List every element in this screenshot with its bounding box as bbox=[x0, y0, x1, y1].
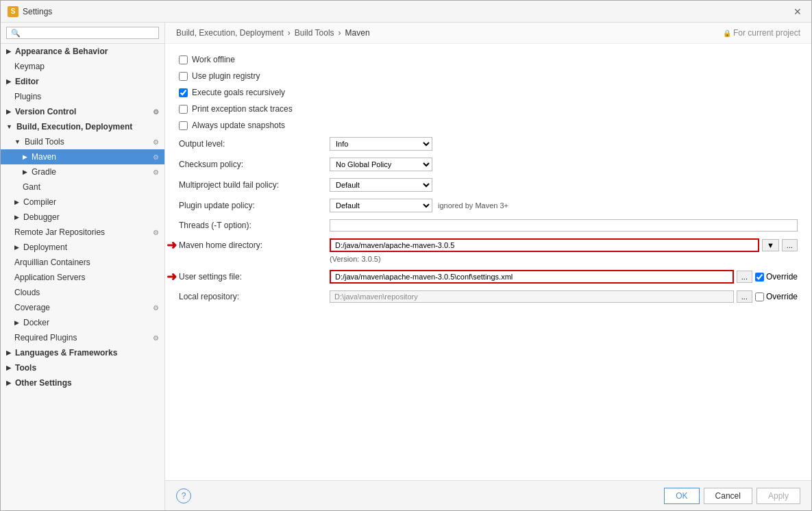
expand-icon: ▶ bbox=[6, 108, 11, 115]
sidebar-item-label: Languages & Frameworks bbox=[15, 348, 117, 358]
threads-input[interactable] bbox=[330, 219, 798, 232]
sidebar-item-label: Gradle bbox=[32, 167, 56, 177]
maven-home-input-group: ▼ ... bbox=[330, 238, 798, 252]
sidebar-item-arquillian[interactable]: Arquillian Containers bbox=[1, 255, 164, 270]
checksum-policy-select[interactable]: No Global Policy Warn Fail Ignore bbox=[330, 158, 432, 171]
user-settings-override-checkbox[interactable] bbox=[755, 273, 764, 282]
local-repo-input[interactable] bbox=[330, 290, 734, 303]
sidebar-item-label: Appearance & Behavior bbox=[15, 47, 108, 56]
use-plugin-registry-checkbox[interactable] bbox=[179, 72, 188, 81]
plugin-update-policy-select[interactable]: Default Always Never Daily bbox=[330, 199, 432, 212]
threads-control bbox=[330, 219, 798, 232]
cancel-button[interactable]: Cancel bbox=[704, 488, 752, 504]
sidebar: ▶ Appearance & Behavior Keymap ▶ Editor … bbox=[1, 23, 165, 510]
expand-icon: ▶ bbox=[14, 319, 19, 326]
sidebar-item-appearance[interactable]: ▶ Appearance & Behavior bbox=[1, 44, 164, 59]
footer-left: ? bbox=[176, 488, 191, 503]
sidebar-item-label: Clouds bbox=[14, 288, 40, 297]
ok-button[interactable]: OK bbox=[664, 488, 699, 504]
execute-goals-label: Execute goals recursively bbox=[192, 88, 285, 97]
breadcrumb-part1: Build, Execution, Deployment bbox=[176, 28, 284, 38]
sidebar-item-label: Coverage bbox=[14, 303, 50, 312]
sidebar-item-label: Tools bbox=[15, 363, 36, 373]
multiproject-policy-select[interactable]: Default At End Never bbox=[330, 178, 432, 192]
multiproject-policy-label: Multiproject build fail policy: bbox=[179, 180, 330, 190]
search-input[interactable] bbox=[6, 27, 159, 39]
local-repo-override-text: Override bbox=[766, 292, 798, 301]
sidebar-item-app-servers[interactable]: Application Servers bbox=[1, 270, 164, 285]
always-update-checkbox[interactable] bbox=[179, 121, 188, 130]
settings-icon: ⚙ bbox=[153, 304, 159, 312]
arrow1-icon: ➜ bbox=[167, 238, 177, 253]
sidebar-item-gant[interactable]: Gant bbox=[1, 179, 164, 195]
footer: ? OK Cancel Apply bbox=[165, 480, 811, 510]
maven-home-dropdown-btn[interactable]: ▼ bbox=[762, 239, 779, 251]
sidebar-item-label: Build, Execution, Deployment bbox=[16, 122, 132, 132]
sidebar-item-coverage[interactable]: Coverage ⚙ bbox=[1, 300, 164, 315]
user-settings-input[interactable] bbox=[330, 270, 734, 284]
sidebar-item-debugger[interactable]: ▶ Debugger bbox=[1, 210, 164, 225]
sidebar-item-build-exec[interactable]: ▼ Build, Execution, Deployment bbox=[1, 119, 164, 134]
help-button[interactable]: ? bbox=[176, 488, 191, 503]
user-settings-row: ➜ User settings file: ... Override bbox=[179, 270, 798, 284]
expand-icon: ▶ bbox=[14, 214, 19, 221]
sidebar-item-label: Other Settings bbox=[15, 378, 72, 388]
work-offline-checkbox[interactable] bbox=[179, 55, 188, 64]
maven-home-row: ➜ Maven home directory: ▼ ... bbox=[179, 238, 798, 252]
execute-goals-row: Execute goals recursively bbox=[179, 88, 798, 97]
sidebar-item-compiler[interactable]: ▶ Compiler bbox=[1, 195, 164, 210]
apply-button[interactable]: Apply bbox=[756, 488, 800, 504]
sidebar-item-clouds[interactable]: Clouds bbox=[1, 285, 164, 300]
sidebar-item-label: Keymap bbox=[14, 62, 45, 71]
sidebar-item-required-plugins[interactable]: Required Plugins ⚙ bbox=[1, 330, 164, 345]
sidebar-item-label: Editor bbox=[15, 77, 39, 86]
sidebar-item-keymap[interactable]: Keymap bbox=[1, 59, 164, 74]
plugin-update-note: ignored by Maven 3+ bbox=[438, 201, 508, 210]
sidebar-item-label: Gant bbox=[23, 182, 40, 192]
settings-icon: ⚙ bbox=[153, 229, 159, 236]
maven-home-input[interactable] bbox=[330, 238, 759, 252]
sidebar-item-label: Build Tools bbox=[25, 137, 64, 147]
user-settings-browse-btn[interactable]: ... bbox=[737, 271, 752, 283]
sidebar-item-gradle[interactable]: ▶ Gradle ⚙ bbox=[1, 164, 164, 179]
maven-home-browse-btn[interactable]: ... bbox=[782, 239, 798, 251]
sidebar-item-label: Deployment bbox=[23, 242, 67, 252]
close-button[interactable]: ✕ bbox=[791, 5, 804, 18]
settings-icon: ⚙ bbox=[153, 169, 159, 176]
sidebar-item-build-tools[interactable]: ▼ Build Tools ⚙ bbox=[1, 134, 164, 149]
maven-version-note: (Version: 3.0.5) bbox=[330, 255, 798, 263]
local-repo-override-checkbox[interactable] bbox=[755, 292, 764, 301]
output-level-select[interactable]: Info Debug Error bbox=[330, 137, 432, 151]
sidebar-item-editor[interactable]: ▶ Editor bbox=[1, 74, 164, 89]
sidebar-item-maven[interactable]: ▶ Maven ⚙ bbox=[1, 149, 164, 164]
settings-icon: ⚙ bbox=[153, 108, 159, 116]
execute-goals-checkbox[interactable] bbox=[179, 88, 188, 97]
override-text: Override bbox=[766, 272, 798, 282]
breadcrumb-part2: Build Tools bbox=[295, 28, 334, 38]
local-repo-browse-btn[interactable]: ... bbox=[737, 290, 752, 303]
sidebar-item-remote-jar[interactable]: Remote Jar Repositories ⚙ bbox=[1, 225, 164, 240]
user-settings-label: User settings file: bbox=[179, 272, 330, 282]
sidebar-item-label: Maven bbox=[32, 152, 56, 162]
sidebar-item-plugins[interactable]: Plugins bbox=[1, 89, 164, 104]
checksum-policy-control: No Global Policy Warn Fail Ignore bbox=[330, 158, 798, 171]
sidebar-item-docker[interactable]: ▶ Docker bbox=[1, 315, 164, 330]
sidebar-item-label: Remote Jar Repositories bbox=[14, 227, 105, 237]
checksum-policy-label: Checksum policy: bbox=[179, 160, 330, 169]
maven-home-label: Maven home directory: bbox=[179, 240, 330, 250]
print-exception-checkbox[interactable] bbox=[179, 105, 188, 114]
arrow2-icon: ➜ bbox=[167, 269, 177, 284]
always-update-label: Always update snapshots bbox=[192, 121, 285, 130]
sidebar-item-deployment[interactable]: ▶ Deployment bbox=[1, 240, 164, 255]
sidebar-item-languages[interactable]: ▶ Languages & Frameworks bbox=[1, 345, 164, 360]
output-level-control: Info Debug Error bbox=[330, 137, 798, 151]
always-update-row: Always update snapshots bbox=[179, 121, 798, 130]
sidebar-item-tools[interactable]: ▶ Tools bbox=[1, 360, 164, 375]
local-repo-override-label: Override bbox=[755, 292, 798, 301]
multiproject-policy-control: Default At End Never bbox=[330, 178, 798, 192]
plugin-update-policy-label: Plugin update policy: bbox=[179, 201, 330, 210]
sidebar-item-other-settings[interactable]: ▶ Other Settings bbox=[1, 375, 164, 390]
sidebar-item-version-control[interactable]: ▶ Version Control ⚙ bbox=[1, 104, 164, 119]
settings-icon: ⚙ bbox=[153, 153, 159, 161]
local-repo-label: Local repository: bbox=[179, 292, 330, 301]
